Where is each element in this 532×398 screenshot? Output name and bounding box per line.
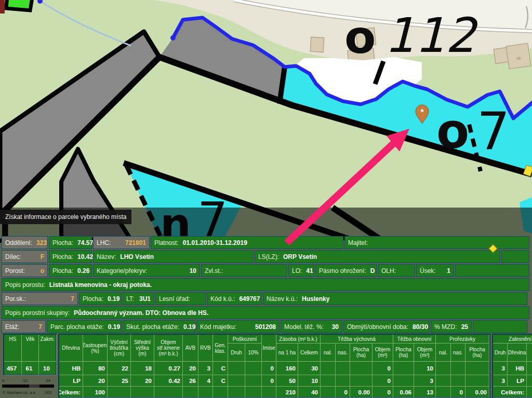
field-pasmo: Pásmo ohrožení:D	[315, 264, 377, 277]
field-lesni-urad: Lesní úřad:	[155, 292, 206, 305]
table-cell: 10	[298, 375, 321, 387]
table-cell: Celkem:	[59, 387, 83, 398]
table-cell	[228, 362, 245, 375]
zalesneni-box: Zalesnění Druh Dřevina ha 3HB0.04 3LP0.0…	[492, 334, 532, 398]
table-cell	[336, 362, 350, 375]
table-cell: 22	[108, 362, 131, 375]
label-o7-letter: o	[436, 104, 469, 159]
svg-text:*: *	[420, 108, 424, 117]
map-tooltip: Získat informace o parcele vybraného mís…	[0, 210, 131, 224]
field-parc-plocha: Parc. plocha etáže:0.19	[47, 320, 122, 333]
table-cell	[108, 387, 131, 398]
table-cell: 0	[373, 362, 393, 375]
table-cell: 0.00	[350, 387, 373, 398]
table-cell	[336, 375, 350, 387]
table-cell	[451, 362, 466, 375]
table-cell	[245, 362, 262, 375]
species-left-box: HS Věk Zakm. 4576110	[3, 334, 57, 375]
table-cell	[245, 375, 262, 387]
table-cell: 0.04	[527, 362, 532, 375]
field-porsk: Por.sk.:7	[2, 292, 78, 305]
zalesneni-row-lp: 3LP0.02	[493, 375, 532, 387]
field-model-tez: Model. těž. %:30	[281, 320, 342, 333]
table-cell	[436, 387, 451, 398]
col-zakm: Zakm.	[39, 335, 57, 362]
table-cell: C	[213, 362, 228, 375]
species-row-lp: LP2025200.42264C0501003	[59, 375, 489, 387]
field-nazev-ku: Název k.ú.:Huslenky	[263, 292, 527, 305]
table-cell: LP	[59, 375, 83, 387]
table-cell	[198, 387, 213, 398]
col-avb: AVB	[183, 335, 198, 362]
forest-map-app: { "colors":{"accent_green":"#1f7a1f","gr…	[0, 0, 532, 398]
table-cell	[262, 387, 276, 398]
field-oddeleni: Oddělení:323	[2, 236, 48, 249]
field-kod-ku: Kód k.ú.:649767	[207, 292, 262, 305]
col-objem: Objem stř.kmene (m³ b.k.)	[154, 335, 183, 362]
table-cell	[245, 387, 262, 398]
table-cell	[321, 375, 336, 387]
table-cell: 3	[198, 362, 213, 375]
table-cell	[228, 387, 245, 398]
field-dilec: Dílec:F	[2, 250, 48, 263]
field-kategorie: Kategorie/překryv:10	[93, 264, 200, 277]
table-cell: 20	[131, 375, 154, 387]
col-zastoupeni: Zastoupení (%)	[83, 335, 108, 362]
field-mzd: % MZD:25	[431, 320, 472, 333]
species-row-celkem: Celkem:1002104000.0000.061300.00	[59, 387, 489, 398]
col-drevina: Dřevina	[59, 335, 83, 362]
table-cell: 0	[451, 387, 466, 398]
table-cell	[154, 387, 183, 398]
table-cell: 13	[414, 387, 436, 398]
table-cell: 30	[298, 362, 321, 375]
field-empty	[501, 250, 529, 263]
table-cell: 61	[22, 362, 39, 375]
field-olh: OLH:	[378, 264, 415, 277]
table-cell: 18	[131, 362, 154, 375]
table-cell	[131, 387, 154, 398]
table-cell: 0.02	[527, 375, 532, 387]
info-row-etaz: Etáž:7 Parc. plocha etáže:0.19 Skut. plo…	[2, 320, 530, 333]
col-vycetni: Výčetní tloušťka (cm)	[108, 335, 131, 362]
table-cell	[436, 375, 451, 387]
col-posk-10: 10%	[245, 344, 262, 362]
table-cell: 3	[493, 375, 508, 387]
table-cell	[466, 375, 489, 387]
col-na1ha: na 1 ha	[276, 344, 298, 362]
col-pr-plocha: Plocha (ha)	[466, 344, 489, 362]
field-kod-majetku: Kód majetku:501208	[196, 320, 280, 333]
table-cell	[451, 375, 466, 387]
table-cell: 100	[83, 387, 108, 398]
species-header: Dřevina Zastoupení (%) Výčetní tloušťka …	[59, 335, 489, 362]
col-tv-objem: Objem (m³)	[373, 344, 393, 362]
parcel-info-table: Oddělení:323 Plocha:74.57 LHC:721801 Pla…	[2, 236, 530, 334]
col-imise: Imise	[262, 335, 276, 362]
label-o7-number: 7	[477, 101, 510, 162]
group-tezba-obnovni: Těžba obnovní	[393, 335, 436, 344]
col-tv-nas: nas.	[336, 344, 350, 362]
table-cell: 3	[414, 375, 436, 387]
field-usek: Úsek:1	[416, 264, 454, 277]
col-vek: Věk	[22, 335, 39, 362]
species-row-hb: HB8022180.27203C016030010	[59, 362, 489, 375]
col-zal-ha: ha	[527, 344, 532, 362]
field-skut-plocha: Skut. plocha etáže:0.19	[123, 320, 195, 333]
table-cell: HB	[508, 362, 527, 375]
table-cell: 80	[83, 362, 108, 375]
field-lslz: LS(LZ):ORP Vsetín	[255, 250, 500, 263]
field-etaz: Etáž:7	[2, 320, 46, 333]
col-zasoba-celkem: Celkem	[298, 344, 321, 362]
table-cell	[213, 387, 228, 398]
field-platnost: Platnost:01.01.2010-31.12.2019	[151, 236, 343, 249]
col-tv-plocha: Plocha (ha)	[350, 344, 373, 362]
table-cell: 3	[493, 362, 508, 375]
table-cell: 10	[39, 362, 57, 375]
table-cell	[321, 362, 336, 375]
col-pr-nas: nas.	[451, 344, 466, 362]
label-o112-letter: o	[344, 10, 376, 64]
table-cell	[183, 387, 198, 398]
field-lo: LO:41	[288, 264, 314, 277]
table-cell: 210	[276, 387, 298, 398]
label-o112-number: 112	[384, 8, 478, 63]
col-posk-druh: Druh	[228, 344, 245, 362]
